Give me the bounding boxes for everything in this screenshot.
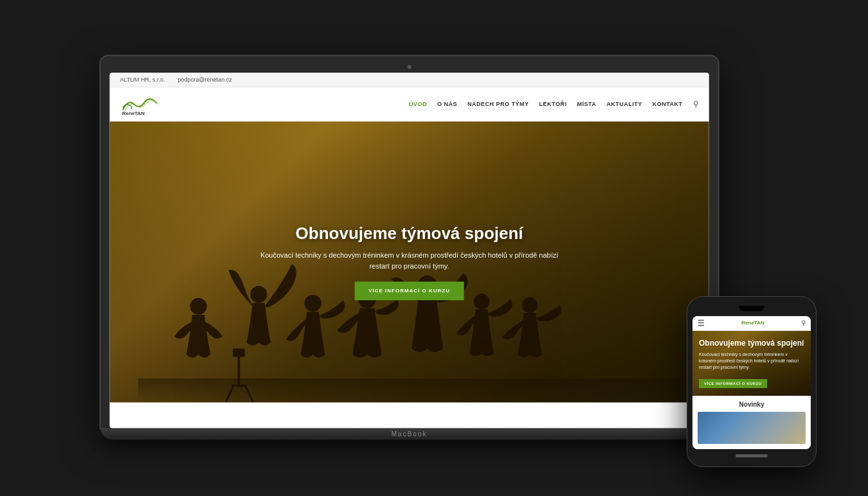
svg-text:ReneTAN: ReneTAN bbox=[122, 111, 145, 116]
laptop-screen: ALTUM HR, s.r.o. podpora@renetan.cz Rene… bbox=[110, 73, 709, 428]
phone-novinky: Novinky bbox=[692, 396, 811, 449]
nav-aktuality[interactable]: AKTUALITY bbox=[606, 101, 642, 107]
phone-novinky-title: Novinky bbox=[698, 401, 806, 408]
phone-search-icon[interactable]: ⚲ bbox=[801, 319, 806, 326]
phone-hero-button[interactable]: VÍCE INFORMACÍ O KURZU bbox=[699, 379, 767, 388]
laptop-base: MacBook bbox=[101, 429, 718, 440]
search-icon[interactable]: ⚲ bbox=[693, 100, 699, 109]
top-bar: ALTUM HR, s.r.o. podpora@renetan.cz bbox=[110, 73, 709, 87]
camera-dot bbox=[408, 65, 411, 69]
bottom-strip bbox=[110, 403, 709, 429]
nav-kontakt[interactable]: KONTAKT bbox=[653, 101, 683, 107]
hero-button[interactable]: VÍCE INFORMACÍ O KURZU bbox=[354, 282, 464, 301]
phone-screen: ☰ ReneTAN ⚲ Obnovujeme týmová spojení Ko… bbox=[692, 316, 811, 449]
nav-mista[interactable]: MÍSTA bbox=[577, 101, 596, 107]
home-indicator[interactable] bbox=[736, 454, 768, 457]
logo-icon: ReneTAN bbox=[120, 93, 165, 116]
phone-device: ☰ ReneTAN ⚲ Obnovujeme týmová spojení Ko… bbox=[687, 297, 816, 466]
scene: ALTUM HR, s.r.o. podpora@renetan.cz Rene… bbox=[0, 0, 868, 496]
hero-section: Obnovujeme týmová spojení Koučovací tech… bbox=[110, 121, 709, 402]
phone-nav: ☰ ReneTAN ⚲ bbox=[692, 316, 811, 331]
nav-bar: ReneTAN ÚVOD O NÁS NÁDECH PRO TÝMY LEKTO… bbox=[110, 87, 709, 121]
hero-subtitle: Koučovací techniky s dechovým tréninkem … bbox=[255, 251, 564, 272]
nav-nadech[interactable]: NÁDECH PRO TÝMY bbox=[467, 101, 529, 107]
phone-novinky-image bbox=[698, 412, 806, 444]
laptop-brand: MacBook bbox=[392, 430, 428, 438]
hero-content: Obnovujeme týmová spojení Koučovací tech… bbox=[255, 224, 564, 300]
nav-links: ÚVOD O NÁS NÁDECH PRO TÝMY LEKTOŘI MÍSTA… bbox=[409, 100, 699, 109]
svg-rect-13 bbox=[138, 378, 680, 402]
nav-lektori[interactable]: LEKTOŘI bbox=[539, 101, 567, 107]
laptop-device: ALTUM HR, s.r.o. podpora@renetan.cz Rene… bbox=[101, 56, 718, 439]
phone-logo: ReneTAN bbox=[741, 320, 764, 326]
svg-rect-8 bbox=[233, 348, 245, 357]
phone-hero: Obnovujeme týmová spojení Koučovací tech… bbox=[692, 331, 811, 396]
phone-hero-subtitle: Koučovací techniky s dechovým tréninkem … bbox=[699, 351, 804, 370]
hamburger-icon[interactable]: ☰ bbox=[698, 319, 705, 328]
logo-area: ReneTAN bbox=[120, 93, 165, 116]
website: ALTUM HR, s.r.o. podpora@renetan.cz Rene… bbox=[110, 73, 709, 428]
phone-outer: ☰ ReneTAN ⚲ Obnovujeme týmová spojení Ko… bbox=[687, 297, 816, 466]
svg-point-1 bbox=[190, 298, 206, 315]
hero-title: Obnovujeme týmová spojení bbox=[255, 224, 564, 244]
nav-uvod[interactable]: ÚVOD bbox=[409, 101, 427, 107]
laptop-body: ALTUM HR, s.r.o. podpora@renetan.cz Rene… bbox=[101, 56, 718, 428]
nav-onas[interactable]: O NÁS bbox=[437, 101, 457, 107]
phone-hero-title: Obnovujeme týmová spojení bbox=[699, 339, 804, 348]
company-name: ALTUM HR, s.r.o. bbox=[120, 76, 165, 83]
phone-notch bbox=[739, 306, 764, 311]
email-link[interactable]: podpora@renetan.cz bbox=[177, 76, 231, 83]
